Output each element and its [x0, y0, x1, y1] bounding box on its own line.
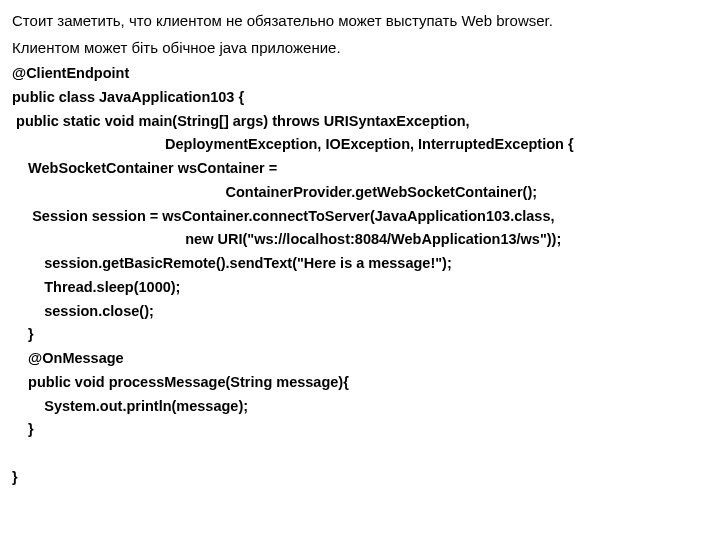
code-line-2: public class JavaApplication103 { — [12, 87, 708, 109]
code-line-17 — [12, 443, 708, 465]
code-line-15: System.out.println(message); — [12, 396, 708, 418]
code-line-8: new URI("ws://localhost:8084/WebApplicat… — [12, 229, 708, 251]
code-line-9: session.getBasicRemote().sendText("Here … — [12, 253, 708, 275]
code-line-3: public static void main(String[] args) t… — [12, 111, 708, 133]
code-line-14: public void processMessage(String messag… — [12, 372, 708, 394]
intro-text-line2: Клиентом может біть обічное java приложе… — [12, 37, 708, 60]
code-line-7: Session session = wsContainer.connectToS… — [12, 206, 708, 228]
code-line-1: @ClientEndpoint — [12, 63, 708, 85]
code-line-10: Thread.sleep(1000); — [12, 277, 708, 299]
intro-text-line1: Стоит заметить, что клиентом не обязател… — [12, 10, 708, 33]
code-line-6: ContainerProvider.getWebSocketContainer(… — [12, 182, 708, 204]
code-line-5: WebSocketContainer wsContainer = — [12, 158, 708, 180]
code-line-11: session.close(); — [12, 301, 708, 323]
code-line-16: } — [12, 419, 708, 441]
code-line-13: @OnMessage — [12, 348, 708, 370]
code-line-12: } — [12, 324, 708, 346]
code-line-4: DeploymentException, IOException, Interr… — [12, 134, 708, 156]
code-line-18: } — [12, 467, 708, 489]
